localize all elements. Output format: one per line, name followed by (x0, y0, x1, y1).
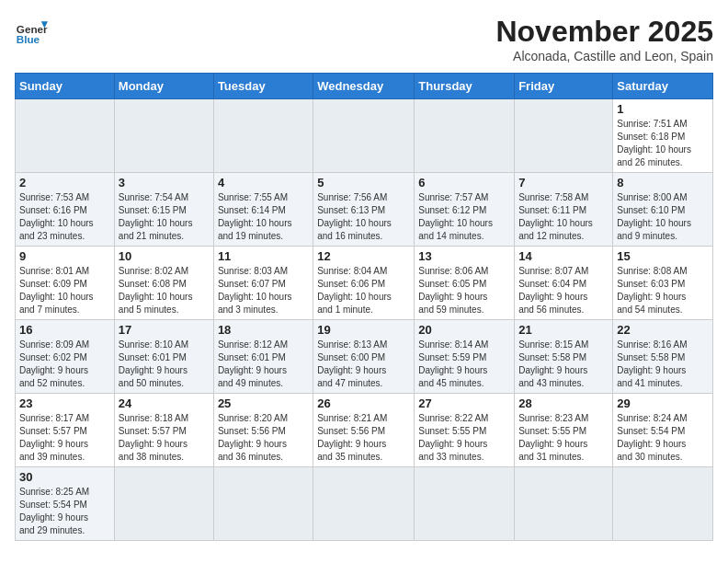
week-row-1: 2Sunrise: 7:53 AM Sunset: 6:16 PM Daylig… (16, 173, 713, 247)
day-number: 12 (317, 249, 410, 263)
weekday-header-monday: Monday (114, 74, 213, 99)
day-info: Sunrise: 8:18 AM Sunset: 5:57 PM Dayligh… (119, 412, 210, 464)
day-number: 20 (418, 323, 510, 337)
day-info: Sunrise: 8:14 AM Sunset: 5:59 PM Dayligh… (418, 339, 510, 390)
day-cell: 4Sunrise: 7:55 AM Sunset: 6:14 PM Daylig… (213, 173, 313, 247)
day-number: 14 (518, 249, 609, 263)
day-info: Sunrise: 7:51 AM Sunset: 6:18 PM Dayligh… (617, 118, 709, 169)
day-number: 22 (617, 323, 709, 337)
day-cell: 19Sunrise: 8:13 AM Sunset: 6:00 PM Dayli… (313, 320, 415, 394)
day-info: Sunrise: 7:53 AM Sunset: 6:16 PM Dayligh… (19, 191, 110, 243)
week-row-4: 23Sunrise: 8:17 AM Sunset: 5:57 PM Dayli… (16, 394, 713, 467)
title-area: November 2025 Alconada, Castille and Leo… (495, 15, 713, 63)
day-cell (313, 467, 415, 541)
day-cell: 23Sunrise: 8:17 AM Sunset: 5:57 PM Dayli… (16, 394, 115, 467)
day-info: Sunrise: 8:04 AM Sunset: 6:06 PM Dayligh… (317, 265, 410, 316)
day-cell: 1Sunrise: 7:51 AM Sunset: 6:18 PM Daylig… (613, 99, 713, 173)
day-number: 6 (418, 176, 510, 190)
day-number: 26 (317, 396, 410, 410)
day-cell: 22Sunrise: 8:16 AM Sunset: 5:58 PM Dayli… (613, 320, 713, 394)
day-info: Sunrise: 8:24 AM Sunset: 5:54 PM Dayligh… (617, 412, 709, 464)
day-info: Sunrise: 8:10 AM Sunset: 6:01 PM Dayligh… (119, 339, 210, 390)
day-info: Sunrise: 7:55 AM Sunset: 6:14 PM Dayligh… (218, 191, 309, 243)
day-number: 7 (518, 176, 609, 190)
day-info: Sunrise: 8:06 AM Sunset: 6:05 PM Dayligh… (418, 265, 510, 316)
day-info: Sunrise: 8:17 AM Sunset: 5:57 PM Dayligh… (19, 412, 110, 464)
header: General Blue November 2025 Alconada, Cas… (15, 15, 713, 63)
day-cell: 12Sunrise: 8:04 AM Sunset: 6:06 PM Dayli… (313, 247, 415, 320)
week-row-0: 1Sunrise: 7:51 AM Sunset: 6:18 PM Daylig… (16, 99, 713, 173)
day-info: Sunrise: 8:16 AM Sunset: 5:58 PM Dayligh… (617, 339, 709, 390)
day-info: Sunrise: 8:09 AM Sunset: 6:02 PM Dayligh… (19, 339, 110, 390)
day-cell (114, 99, 213, 173)
day-info: Sunrise: 8:13 AM Sunset: 6:00 PM Dayligh… (317, 339, 410, 390)
weekday-header-wednesday: Wednesday (313, 74, 415, 99)
day-cell (415, 99, 515, 173)
day-info: Sunrise: 8:21 AM Sunset: 5:56 PM Dayligh… (317, 412, 410, 464)
calendar: SundayMondayTuesdayWednesdayThursdayFrid… (15, 73, 713, 541)
day-number: 1 (617, 102, 709, 116)
day-number: 5 (317, 176, 410, 190)
day-cell (213, 467, 313, 541)
day-number: 13 (418, 249, 510, 263)
day-cell: 28Sunrise: 8:23 AM Sunset: 5:55 PM Dayli… (515, 394, 613, 467)
day-info: Sunrise: 8:08 AM Sunset: 6:03 PM Dayligh… (617, 265, 709, 316)
day-number: 15 (617, 249, 709, 263)
location-subtitle: Alconada, Castille and Leon, Spain (495, 49, 713, 63)
day-cell (415, 467, 515, 541)
day-number: 17 (119, 323, 210, 337)
day-cell (613, 467, 713, 541)
day-cell: 2Sunrise: 7:53 AM Sunset: 6:16 PM Daylig… (16, 173, 115, 247)
logo-icon: General Blue (15, 15, 48, 48)
weekday-header-row: SundayMondayTuesdayWednesdayThursdayFrid… (16, 74, 713, 99)
day-info: Sunrise: 7:58 AM Sunset: 6:11 PM Dayligh… (518, 191, 609, 243)
day-cell (16, 99, 115, 173)
day-cell: 24Sunrise: 8:18 AM Sunset: 5:57 PM Dayli… (114, 394, 213, 467)
week-row-2: 9Sunrise: 8:01 AM Sunset: 6:09 PM Daylig… (16, 247, 713, 320)
day-number: 19 (317, 323, 410, 337)
svg-text:Blue: Blue (17, 33, 40, 45)
week-row-3: 16Sunrise: 8:09 AM Sunset: 6:02 PM Dayli… (16, 320, 713, 394)
day-cell: 27Sunrise: 8:22 AM Sunset: 5:55 PM Dayli… (415, 394, 515, 467)
day-number: 9 (19, 249, 110, 263)
weekday-header-friday: Friday (515, 74, 613, 99)
day-number: 24 (119, 396, 210, 410)
weekday-header-sunday: Sunday (16, 74, 115, 99)
day-cell: 8Sunrise: 8:00 AM Sunset: 6:10 PM Daylig… (613, 173, 713, 247)
day-cell: 26Sunrise: 8:21 AM Sunset: 5:56 PM Dayli… (313, 394, 415, 467)
logo: General Blue (15, 15, 48, 48)
day-number: 10 (119, 249, 210, 263)
day-cell: 10Sunrise: 8:02 AM Sunset: 6:08 PM Dayli… (114, 247, 213, 320)
day-number: 27 (418, 396, 510, 410)
weekday-header-tuesday: Tuesday (213, 74, 313, 99)
day-cell: 16Sunrise: 8:09 AM Sunset: 6:02 PM Dayli… (16, 320, 115, 394)
day-info: Sunrise: 8:15 AM Sunset: 5:58 PM Dayligh… (518, 339, 609, 390)
day-number: 18 (218, 323, 309, 337)
day-cell: 9Sunrise: 8:01 AM Sunset: 6:09 PM Daylig… (16, 247, 115, 320)
day-number: 28 (518, 396, 609, 410)
day-cell: 20Sunrise: 8:14 AM Sunset: 5:59 PM Dayli… (415, 320, 515, 394)
day-cell: 17Sunrise: 8:10 AM Sunset: 6:01 PM Dayli… (114, 320, 213, 394)
day-info: Sunrise: 7:56 AM Sunset: 6:13 PM Dayligh… (317, 191, 410, 243)
day-info: Sunrise: 7:57 AM Sunset: 6:12 PM Dayligh… (418, 191, 510, 243)
day-info: Sunrise: 8:07 AM Sunset: 6:04 PM Dayligh… (518, 265, 609, 316)
day-number: 2 (19, 176, 110, 190)
day-number: 8 (617, 176, 709, 190)
day-number: 11 (218, 249, 309, 263)
day-cell (313, 99, 415, 173)
day-cell: 29Sunrise: 8:24 AM Sunset: 5:54 PM Dayli… (613, 394, 713, 467)
day-cell: 30Sunrise: 8:25 AM Sunset: 5:54 PM Dayli… (16, 467, 115, 541)
day-cell: 14Sunrise: 8:07 AM Sunset: 6:04 PM Dayli… (515, 247, 613, 320)
day-cell: 3Sunrise: 7:54 AM Sunset: 6:15 PM Daylig… (114, 173, 213, 247)
day-info: Sunrise: 8:25 AM Sunset: 5:54 PM Dayligh… (19, 486, 110, 537)
day-number: 30 (19, 470, 110, 484)
day-info: Sunrise: 8:00 AM Sunset: 6:10 PM Dayligh… (617, 191, 709, 243)
day-cell (515, 99, 613, 173)
day-number: 16 (19, 323, 110, 337)
day-cell: 6Sunrise: 7:57 AM Sunset: 6:12 PM Daylig… (415, 173, 515, 247)
day-info: Sunrise: 8:23 AM Sunset: 5:55 PM Dayligh… (518, 412, 609, 464)
week-row-5: 30Sunrise: 8:25 AM Sunset: 5:54 PM Dayli… (16, 467, 713, 541)
day-number: 25 (218, 396, 309, 410)
day-cell: 21Sunrise: 8:15 AM Sunset: 5:58 PM Dayli… (515, 320, 613, 394)
day-info: Sunrise: 8:02 AM Sunset: 6:08 PM Dayligh… (119, 265, 210, 316)
